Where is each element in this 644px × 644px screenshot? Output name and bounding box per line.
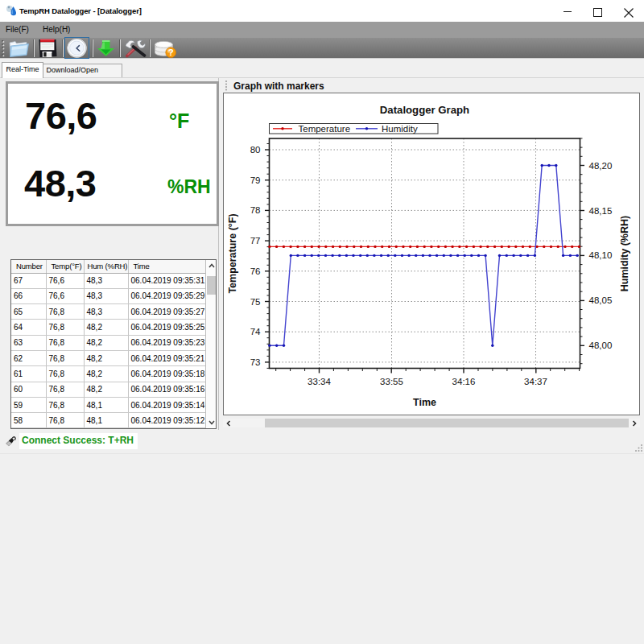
svg-text:48,10: 48,10 [588, 250, 612, 260]
svg-text:Temperature (°F): Temperature (°F) [227, 213, 238, 293]
svg-text:48,05: 48,05 [588, 295, 612, 305]
svg-text:76: 76 [250, 266, 260, 276]
svg-text:73: 73 [250, 357, 260, 367]
svg-text:?: ? [168, 47, 174, 57]
svg-text:48,00: 48,00 [588, 341, 612, 350]
svg-text:Datalogger Graph: Datalogger Graph [379, 104, 469, 116]
svg-text:80: 80 [250, 145, 260, 155]
svg-text:75: 75 [250, 297, 260, 307]
svg-text:33:55: 33:55 [380, 377, 403, 386]
svg-text:48,15: 48,15 [588, 206, 612, 216]
svg-text:74: 74 [250, 327, 260, 336]
svg-text:Humidity (%RH): Humidity (%RH) [618, 216, 630, 291]
svg-text:Time: Time [413, 397, 436, 408]
svg-text:Temperature: Temperature [298, 124, 350, 134]
svg-text:34:37: 34:37 [524, 377, 547, 386]
svg-text:48,20: 48,20 [588, 161, 612, 171]
svg-text:77: 77 [250, 236, 260, 246]
svg-text:78: 78 [250, 205, 260, 215]
svg-text:Humidity: Humidity [382, 124, 418, 134]
svg-text:33:34: 33:34 [308, 377, 331, 386]
svg-text:79: 79 [250, 175, 260, 185]
svg-text:34:16: 34:16 [452, 377, 475, 386]
